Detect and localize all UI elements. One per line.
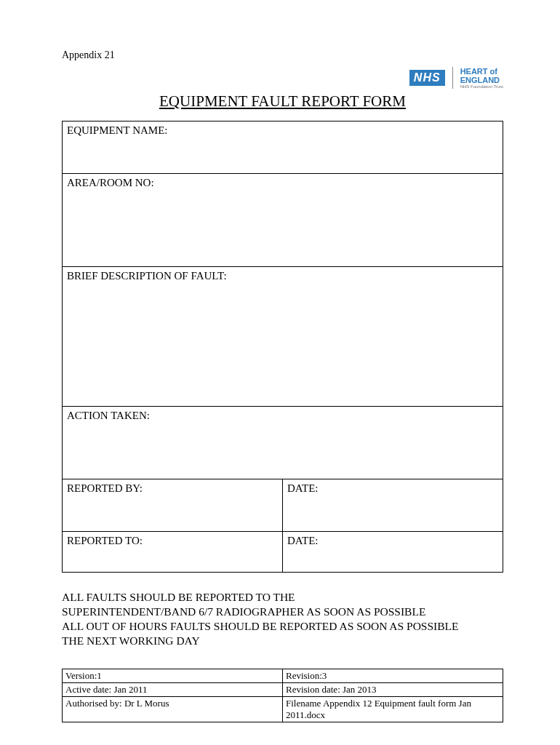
- heart-logo-line1: HEART of: [460, 67, 503, 76]
- heart-logo-line2: ENGLAND: [460, 76, 503, 84]
- footer-version: Version:1: [63, 669, 283, 683]
- footer-revision-date: Revision date: Jan 2013: [283, 683, 503, 697]
- field-reported-by-date: DATE:: [283, 479, 503, 531]
- page-title: EQUIPMENT FAULT REPORT FORM: [62, 92, 503, 111]
- notice-block: ALL FAULTS SHOULD BE REPORTED TO THE SUP…: [62, 590, 503, 649]
- form-table: EQUIPMENT NAME: AREA/ROOM NO: BRIEF DESC…: [62, 121, 503, 573]
- field-reported-to: REPORTED TO:: [63, 531, 283, 572]
- footer-authorised-by: Authorised by: Dr L Morus: [63, 697, 283, 722]
- nhs-logo: NHS: [409, 70, 445, 86]
- notice-line2: SUPERINTENDENT/BAND 6/7 RADIOGRAPHER AS …: [62, 605, 503, 619]
- footer-active-date: Active date: Jan 2011: [63, 683, 283, 697]
- footer-table: Version:1 Revision:3 Active date: Jan 20…: [62, 669, 503, 722]
- field-reported-by: REPORTED BY:: [63, 479, 283, 531]
- notice-line3: ALL OUT OF HOURS FAULTS SHOULD BE REPORT…: [62, 619, 503, 634]
- field-equipment-name: EQUIPMENT NAME:: [63, 121, 503, 173]
- heart-of-england-logo: HEART of ENGLAND NHS Foundation Trust: [460, 67, 503, 89]
- field-action-taken: ACTION TAKEN:: [63, 406, 503, 479]
- logo-divider: [452, 67, 453, 89]
- notice-line4: THE NEXT WORKING DAY: [62, 634, 503, 648]
- appendix-label: Appendix 21: [62, 49, 503, 61]
- field-area-room-no: AREA/ROOM NO:: [63, 173, 503, 266]
- footer-filename: Filename Appendix 12 Equipment fault for…: [283, 697, 503, 722]
- notice-line1: ALL FAULTS SHOULD BE REPORTED TO THE: [62, 590, 503, 605]
- footer-revision: Revision:3: [283, 669, 503, 683]
- field-reported-to-date: DATE:: [283, 531, 503, 572]
- logo-row: NHS HEART of ENGLAND NHS Foundation Trus…: [62, 67, 503, 89]
- heart-logo-line3: NHS Foundation Trust: [460, 84, 503, 89]
- field-brief-description: BRIEF DESCRIPTION OF FAULT:: [63, 266, 503, 406]
